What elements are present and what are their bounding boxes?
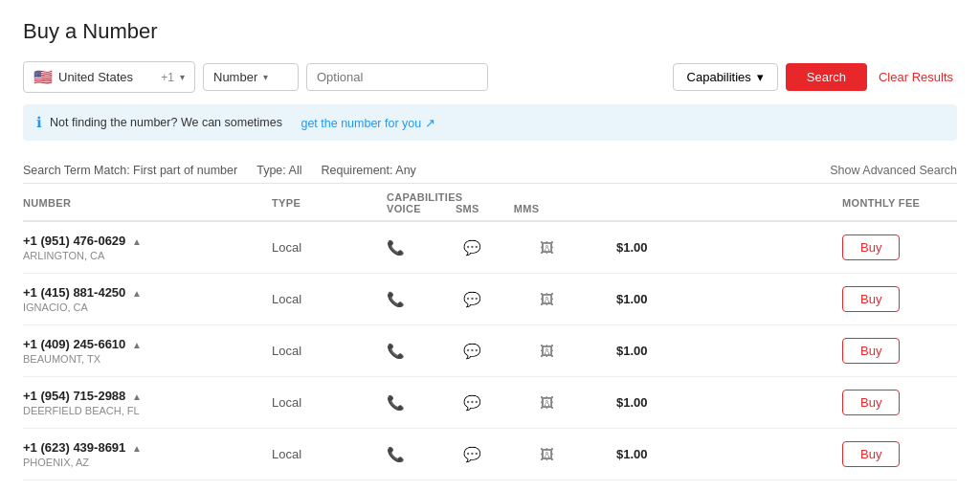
capabilities-chevron-icon: ▾ <box>757 70 764 84</box>
sms-icon: 💬 <box>463 394 540 412</box>
buy-cell: Buy <box>842 286 957 312</box>
monthly-fee: $1.00 <box>616 344 842 358</box>
number-input[interactable] <box>306 63 488 91</box>
phone-city: PHOENIX, AZ <box>23 457 272 468</box>
voice-icon: 📞 <box>387 394 463 412</box>
buy-cell: Buy <box>842 441 957 467</box>
header-number: NUMBER <box>23 197 272 209</box>
info-banner: ℹ Not finding the number? We can sometim… <box>23 104 957 141</box>
info-flag-icon[interactable]: ▲ <box>132 443 142 454</box>
search-button[interactable]: Search <box>786 63 867 91</box>
buy-cell: Buy <box>842 234 957 260</box>
table-row: +1 (951) 476-0629 ▲ ARLINGTON, CA Local … <box>23 222 957 274</box>
monthly-fee: $1.00 <box>616 447 842 461</box>
voice-icon: 📞 <box>387 239 463 257</box>
country-chevron-icon: ▾ <box>180 72 185 82</box>
table-row: +1 (954) 715-2988 ▲ DEERFIELD BEACH, FL … <box>23 377 957 429</box>
info-flag-icon[interactable]: ▲ <box>132 288 142 299</box>
info-flag-icon[interactable]: ▲ <box>132 391 142 402</box>
phone-type: Local <box>272 344 387 358</box>
type-chevron-icon: ▾ <box>263 72 268 82</box>
country-select[interactable]: 🇺🇸 United States +1 ▾ <box>23 61 195 93</box>
phone-number-cell: +1 (409) 245-6610 ▲ BEAUMONT, TX <box>23 337 272 365</box>
clear-results-button[interactable]: Clear Results <box>875 64 957 90</box>
header-type: TYPE <box>272 197 387 209</box>
table-row: +1 (916) 266-9018 ▲ SACRAMENTO, CA Local… <box>23 480 957 491</box>
type-meta-label: Type: All <box>256 164 301 177</box>
sms-icon: 💬 <box>463 291 540 308</box>
sms-icon: 💬 <box>463 343 540 360</box>
voice-icon: 📞 <box>387 291 463 308</box>
sms-icon: 💬 <box>463 446 540 463</box>
buy-cell: Buy <box>842 338 957 364</box>
info-flag-icon[interactable]: ▲ <box>132 236 142 247</box>
phone-city: BEAUMONT, TX <box>23 353 272 365</box>
phone-number-cell: +1 (951) 476-0629 ▲ ARLINGTON, CA <box>23 234 272 261</box>
search-bar: 🇺🇸 United States +1 ▾ Number ▾ Capabilit… <box>23 61 957 93</box>
page-title: Buy a Number <box>23 19 957 44</box>
phone-type: Local <box>272 395 387 410</box>
buy-button[interactable]: Buy <box>842 286 900 312</box>
info-text: Not finding the number? We can sometimes <box>50 116 282 129</box>
table-row: +1 (415) 881-4250 ▲ IGNACIO, CA Local 📞 … <box>23 274 957 325</box>
info-flag-icon[interactable]: ▲ <box>132 340 142 350</box>
phone-number: +1 (623) 439-8691 ▲ <box>23 440 272 455</box>
buy-button[interactable]: Buy <box>842 338 900 364</box>
buy-cell: Buy <box>842 390 957 415</box>
info-icon: ℹ <box>36 114 42 131</box>
monthly-fee: $1.00 <box>616 240 842 255</box>
country-code: +1 <box>161 71 174 84</box>
phone-number-cell: +1 (623) 439-8691 ▲ PHOENIX, AZ <box>23 440 272 468</box>
header-monthly-fee: MONTHLY FEE <box>842 197 957 209</box>
numbers-list: +1 (951) 476-0629 ▲ ARLINGTON, CA Local … <box>23 222 957 491</box>
flag-icon: 🇺🇸 <box>33 68 53 86</box>
sms-icon: 💬 <box>463 239 540 257</box>
mms-icon: 🖼 <box>540 239 616 256</box>
advanced-search-link[interactable]: Show Advanced Search <box>830 164 957 177</box>
monthly-fee: $1.00 <box>616 292 842 306</box>
get-number-link[interactable]: get the number for you ↗ <box>301 116 434 130</box>
phone-city: IGNACIO, CA <box>23 301 272 313</box>
capabilities-button[interactable]: Capabilities ▾ <box>673 63 778 91</box>
table-row: +1 (623) 439-8691 ▲ PHOENIX, AZ Local 📞 … <box>23 429 957 480</box>
term-match-label: Search Term Match: First part of number <box>23 164 237 177</box>
voice-icon: 📞 <box>387 446 463 463</box>
type-select[interactable]: Number ▾ <box>203 63 299 91</box>
phone-type: Local <box>272 240 387 255</box>
mms-icon: 🖼 <box>540 291 616 307</box>
capabilities-label: Capabilities <box>687 70 751 84</box>
table-header: NUMBER TYPE CAPABILITIES VOICE SMS MMS M… <box>23 184 957 222</box>
phone-city: DEERFIELD BEACH, FL <box>23 405 272 416</box>
table-row: +1 (409) 245-6610 ▲ BEAUMONT, TX Local 📞… <box>23 325 957 377</box>
phone-number-cell: +1 (415) 881-4250 ▲ IGNACIO, CA <box>23 285 272 313</box>
buy-button[interactable]: Buy <box>842 390 900 415</box>
header-capabilities: CAPABILITIES VOICE SMS MMS <box>387 191 842 214</box>
phone-type: Local <box>272 447 387 461</box>
mms-icon: 🖼 <box>540 446 616 462</box>
monthly-fee: $1.00 <box>616 395 842 410</box>
phone-number: +1 (954) 715-2988 ▲ <box>23 389 272 403</box>
search-meta: Search Term Match: First part of number … <box>23 156 957 184</box>
phone-city: ARLINGTON, CA <box>23 250 272 261</box>
phone-number: +1 (415) 881-4250 ▲ <box>23 285 272 300</box>
mms-icon: 🖼 <box>540 394 616 411</box>
mms-icon: 🖼 <box>540 343 616 359</box>
type-label: Number <box>213 70 257 84</box>
buy-button[interactable]: Buy <box>842 234 900 260</box>
phone-number: +1 (409) 245-6610 ▲ <box>23 337 272 351</box>
phone-number-cell: +1 (954) 715-2988 ▲ DEERFIELD BEACH, FL <box>23 389 272 416</box>
voice-icon: 📞 <box>387 343 463 360</box>
phone-type: Local <box>272 292 387 306</box>
country-label: United States <box>58 70 155 84</box>
requirement-meta-label: Requirement: Any <box>321 164 415 177</box>
phone-number: +1 (951) 476-0629 ▲ <box>23 234 272 248</box>
buy-button[interactable]: Buy <box>842 441 900 467</box>
